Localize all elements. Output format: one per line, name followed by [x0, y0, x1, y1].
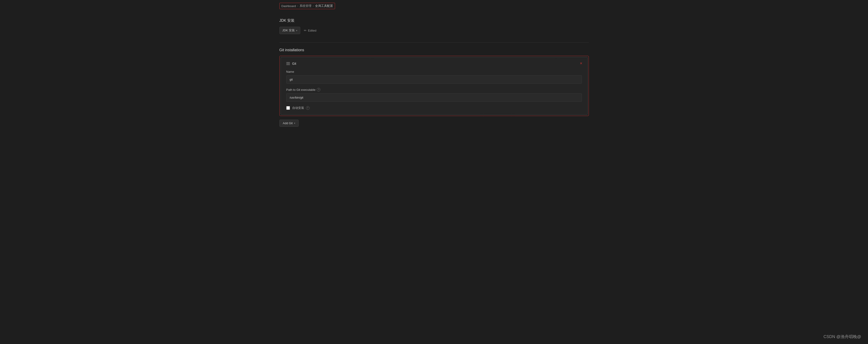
breadcrumb-sep-2: ›: [313, 4, 314, 7]
breadcrumb-dashboard[interactable]: Dashboard: [281, 4, 296, 8]
jdk-dropdown-button[interactable]: JDK 安装 ▾: [279, 27, 300, 34]
jdk-dropdown-label: JDK 安装: [282, 28, 295, 32]
git-section-title: Git installations: [279, 48, 589, 52]
chevron-down-icon: ▾: [296, 29, 297, 32]
git-card-header: Git: [286, 62, 582, 65]
name-input[interactable]: [286, 75, 582, 84]
drag-handle-icon[interactable]: [286, 62, 290, 65]
path-field-group: Path to Git executable ?: [286, 88, 582, 102]
add-git-chevron-icon: ▾: [294, 122, 295, 124]
jdk-row: JDK 安装 ▾ ✏ Edited: [279, 27, 589, 34]
path-input[interactable]: [286, 93, 582, 102]
path-help-icon[interactable]: ?: [317, 88, 320, 92]
auto-install-label[interactable]: 自动安装 ?: [292, 106, 310, 110]
git-card: × Git Name: [281, 57, 588, 115]
breadcrumb-system-mgmt[interactable]: 系统管理: [300, 4, 311, 8]
add-git-label: Add Git: [283, 121, 293, 125]
git-section: Git installations × Git: [279, 48, 589, 127]
git-card-title: Git: [292, 62, 296, 65]
auto-install-help-icon[interactable]: ?: [306, 106, 310, 110]
git-card-close-button[interactable]: ×: [579, 61, 584, 66]
close-icon: ×: [580, 61, 582, 66]
breadcrumb-sep-1: ›: [297, 4, 298, 7]
edited-text: Edited: [308, 29, 316, 32]
jdk-section-title: JDK 安装: [279, 18, 589, 23]
edit-icon: ✏: [304, 29, 307, 32]
name-label: Name: [286, 70, 582, 73]
git-card-wrapper: × Git Name: [279, 56, 589, 116]
name-field-group: Name: [286, 70, 582, 84]
edited-status: ✏ Edited: [304, 29, 316, 32]
watermark: CSDN @渔舟唱晚@: [824, 334, 861, 339]
add-git-button[interactable]: Add Git ▾: [279, 120, 299, 127]
path-label: Path to Git executable ?: [286, 88, 582, 92]
auto-install-checkbox[interactable]: [286, 106, 290, 110]
breadcrumb: Dashboard › 系统管理 › 全局工具配置: [279, 3, 335, 9]
auto-install-row: 自动安装 ?: [286, 106, 582, 110]
breadcrumb-current: 全局工具配置: [315, 4, 333, 8]
jdk-section: JDK 安装 JDK 安装 ▾ ✏ Edited: [279, 18, 589, 34]
